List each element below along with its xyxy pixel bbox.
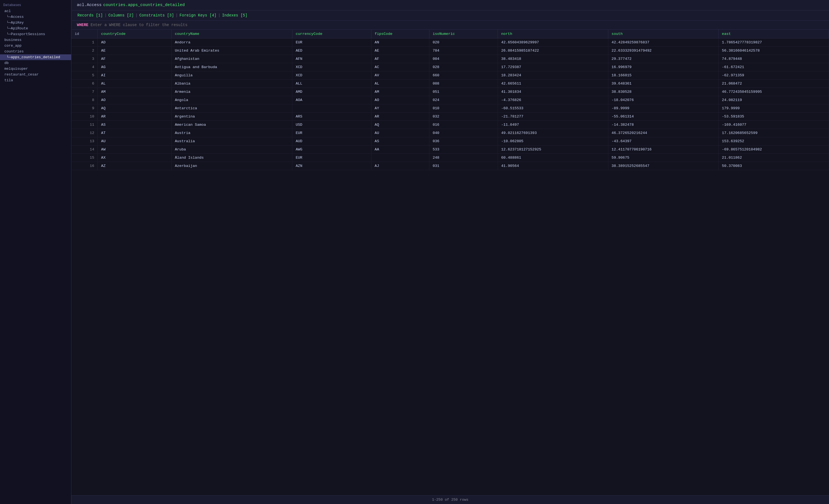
sidebar-item-core-app[interactable]: core_app xyxy=(0,43,71,48)
tab-columns[interactable]: Columns [2] xyxy=(108,12,134,19)
sidebar-item-countries[interactable]: countries xyxy=(0,48,71,55)
cell-r4-c8: -62.971359 xyxy=(718,71,829,80)
col-header-south[interactable]: south xyxy=(608,30,718,38)
tab-constraints[interactable]: Constraints [3] xyxy=(139,12,175,19)
table-row: 14AWArubaAWGAA53312.62371812715292512.41… xyxy=(71,145,829,154)
cell-r7-c5: 024 xyxy=(429,96,498,104)
cell-r15-c2: Azerbaijan xyxy=(171,162,292,170)
sidebar-item-access[interactable]: └─Access xyxy=(0,14,71,20)
sidebar-item-acl[interactable]: acl xyxy=(0,8,71,14)
sidebar-item-db[interactable]: db xyxy=(0,60,71,66)
cell-r6-c8: 46.772435045159995 xyxy=(718,88,829,96)
cell-r8-c4: AY xyxy=(371,104,429,113)
sidebar-item-apps-countries-detailed[interactable]: └─apps_countries_detailed xyxy=(0,55,71,60)
table-row: 12ATAustriaEURAU04049.021162769139346.37… xyxy=(71,129,829,137)
cell-r1-c7: 22.633329391479492 xyxy=(608,47,718,55)
cell-r4-c7: 18.166815 xyxy=(608,71,718,80)
col-header-east[interactable]: east xyxy=(718,30,829,38)
cell-r7-c2: Angola xyxy=(171,96,292,104)
cell-r11-c5: 040 xyxy=(429,129,498,137)
cell-r14-c3: EUR xyxy=(292,154,371,162)
cell-r9-c4: AR xyxy=(371,113,429,121)
table-row: 8AOAngolaAOAAO024-4.376826-18.04207624.0… xyxy=(71,96,829,104)
tab-separator-1: | xyxy=(135,13,138,17)
cell-r4-c5: 660 xyxy=(429,71,498,80)
cell-r7-c7: -18.042076 xyxy=(608,96,718,104)
sidebar-item-apikey[interactable]: └─ApiKey xyxy=(0,20,71,26)
cell-r10-c7: -14.382478 xyxy=(608,121,718,129)
table-footer: 1-250 of 250 rows xyxy=(71,495,829,504)
cell-r12-c1: AU xyxy=(98,137,172,145)
col-header-countryName[interactable]: countryName xyxy=(171,30,292,38)
cell-r1-c0: 2 xyxy=(71,47,98,55)
cell-r1-c5: 784 xyxy=(429,47,498,55)
cell-r6-c0: 7 xyxy=(71,88,98,96)
cell-r13-c2: Aruba xyxy=(171,145,292,154)
cell-r14-c6: 60.488861 xyxy=(498,154,608,162)
cell-r8-c2: Antarctica xyxy=(171,104,292,113)
cell-r0-c6: 42.65604389629997 xyxy=(498,38,608,47)
tab-foreign-keys[interactable]: Foreign Keys [4] xyxy=(179,12,217,19)
sidebar-item-apiroute[interactable]: └─ApiRoute xyxy=(0,26,71,31)
cell-r10-c1: AS xyxy=(98,121,172,129)
col-header-fipsCode[interactable]: fipsCode xyxy=(371,30,429,38)
cell-r15-c0: 16 xyxy=(71,162,98,170)
sidebar: Databases acl└─Access└─ApiKey└─ApiRoute└… xyxy=(0,0,71,504)
col-header-id[interactable]: id xyxy=(71,30,98,38)
sidebar-title: Databases xyxy=(0,2,71,8)
cell-r12-c8: 153.639252 xyxy=(718,137,829,145)
cell-r13-c0: 14 xyxy=(71,145,98,154)
cell-r8-c5: 010 xyxy=(429,104,498,113)
cell-r1-c6: 26.08415985107422 xyxy=(498,47,608,55)
cell-r14-c2: Åland Islands xyxy=(171,154,292,162)
sidebar-item-business[interactable]: business xyxy=(0,37,71,43)
table-row: 9AQAntarcticaAY010-60.515533-89.9999179.… xyxy=(71,104,829,113)
cell-r11-c2: Austria xyxy=(171,129,292,137)
tab-records[interactable]: Records [1] xyxy=(77,12,103,19)
cell-r14-c4 xyxy=(371,154,429,162)
cell-r7-c4: AO xyxy=(371,96,429,104)
cell-r15-c3: AZN xyxy=(292,162,371,170)
cell-r4-c1: AI xyxy=(98,71,172,80)
cell-r3-c7: 16.996979 xyxy=(608,63,718,71)
cell-r3-c6: 17.729387 xyxy=(498,63,608,71)
cell-r14-c8: 21.011862 xyxy=(718,154,829,162)
sidebar-item-passportsessions[interactable]: └─PassportSessions xyxy=(0,31,71,37)
cell-r4-c3: XCD xyxy=(292,71,371,80)
cell-r10-c4: AQ xyxy=(371,121,429,129)
col-header-isoNumeric[interactable]: isoNumeric xyxy=(429,30,498,38)
table-row: 5AIAnguillaXCDAV66018.28342418.166815-62… xyxy=(71,71,829,80)
filter-bar: WHERE xyxy=(71,21,829,30)
tab-separator-0: | xyxy=(104,13,107,17)
cell-r11-c4: AU xyxy=(371,129,429,137)
cell-r2-c0: 3 xyxy=(71,55,98,63)
cell-r8-c8: 179.9999 xyxy=(718,104,829,113)
sidebar-item-tila[interactable]: tila xyxy=(0,77,71,83)
cell-r12-c5: 036 xyxy=(429,137,498,145)
sidebar-item-melquisuper[interactable]: melquisuper xyxy=(0,66,71,72)
cell-r11-c6: 49.0211627691393 xyxy=(498,129,608,137)
cell-r2-c4: AF xyxy=(371,55,429,63)
data-table-container: idcountryCodecountryNamecurrencyCodefips… xyxy=(71,30,829,495)
cell-r8-c0: 9 xyxy=(71,104,98,113)
filter-input[interactable] xyxy=(91,23,824,27)
cell-r9-c1: AR xyxy=(98,113,172,121)
col-header-currencyCode[interactable]: currencyCode xyxy=(292,30,371,38)
table-row: 3AFAfghanistanAFNAF00438.48341829.377472… xyxy=(71,55,829,63)
cell-r12-c6: -10.062805 xyxy=(498,137,608,145)
table-row: 1ADAndorraEURAN02042.6560438962999742.42… xyxy=(71,38,829,47)
cell-r2-c5: 004 xyxy=(429,55,498,63)
tab-indexes[interactable]: Indexes [5] xyxy=(221,12,248,19)
cell-r12-c7: -43.64397 xyxy=(608,137,718,145)
cell-r15-c7: 38.38915252685547 xyxy=(608,162,718,170)
col-header-north[interactable]: north xyxy=(498,30,608,38)
cell-r13-c7: 12.411707706190716 xyxy=(608,145,718,154)
cell-r2-c8: 74.879448 xyxy=(718,55,829,63)
cell-r15-c1: AZ xyxy=(98,162,172,170)
cell-r2-c3: AFN xyxy=(292,55,371,63)
cell-r15-c6: 41.90564 xyxy=(498,162,608,170)
col-header-countryCode[interactable]: countryCode xyxy=(98,30,172,38)
sidebar-item-restaurant-cesar[interactable]: restaurant_cesar xyxy=(0,72,71,77)
breadcrumb: acl.Access countries.apps_countries_deta… xyxy=(71,0,829,10)
cell-r10-c3: USD xyxy=(292,121,371,129)
